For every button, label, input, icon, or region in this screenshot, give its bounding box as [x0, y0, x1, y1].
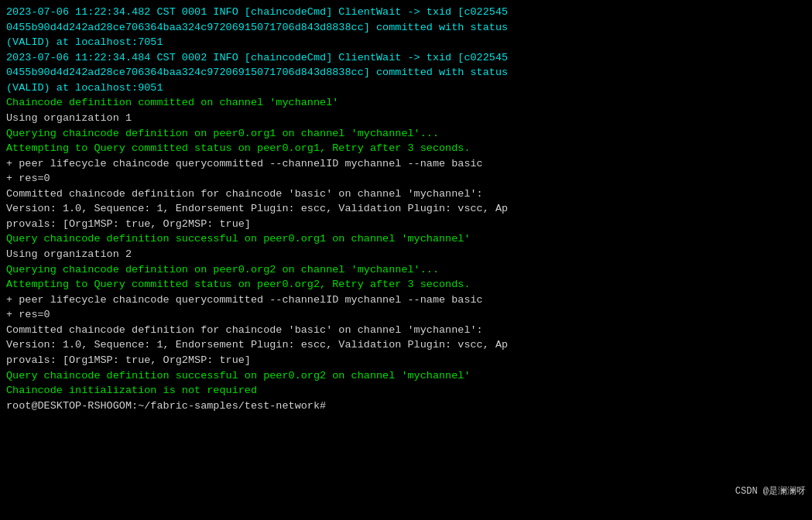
terminal-line: + res=0	[6, 307, 806, 323]
watermark: CSDN @是澜澜呀	[735, 485, 806, 498]
terminal-line: Query chaincode definition successful on…	[6, 368, 806, 384]
terminal-line: root@DESKTOP-RSHOGOM:~/fabric-samples/te…	[6, 399, 806, 414]
terminal-line: Attempting to Query committed status on …	[6, 277, 806, 292]
terminal[interactable]: 2023-07-06 11:22:34.482 CST 0001 INFO [c…	[0, 0, 812, 520]
terminal-line: + peer lifecycle chaincode querycommitte…	[6, 292, 806, 308]
terminal-line: + peer lifecycle chaincode querycommitte…	[6, 156, 806, 172]
terminal-line: Committed chaincode definition for chain…	[6, 323, 806, 368]
terminal-content: 2023-07-06 11:22:34.482 CST 0001 INFO [c…	[6, 5, 806, 413]
terminal-line: + res=0	[6, 171, 806, 186]
terminal-line: Attempting to Query committed status on …	[6, 141, 806, 156]
terminal-line: Query chaincode definition successful on…	[6, 231, 806, 247]
terminal-line: Querying chaincode definition on peer0.o…	[6, 262, 806, 278]
terminal-line: Chaincode initialization is not required	[6, 383, 806, 399]
terminal-line: 2023-07-06 11:22:34.484 CST 0002 INFO [c…	[6, 50, 806, 96]
terminal-line: 2023-07-06 11:22:34.482 CST 0001 INFO [c…	[6, 5, 806, 50]
terminal-line: Committed chaincode definition for chain…	[6, 186, 806, 232]
terminal-line: Using organization 1	[6, 111, 806, 126]
terminal-line: Chaincode definition committed on channe…	[6, 95, 806, 111]
terminal-line: Using organization 2	[6, 247, 806, 262]
terminal-line: Querying chaincode definition on peer0.o…	[6, 126, 806, 142]
